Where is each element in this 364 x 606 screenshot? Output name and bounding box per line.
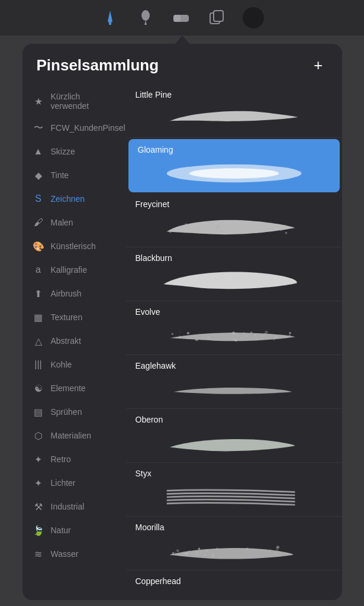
sidebar-item-water[interactable]: ≋Wasser bbox=[22, 542, 126, 566]
sidebar-item-calligraphy[interactable]: aKalligrafie bbox=[22, 258, 126, 282]
sidebar-item-nature[interactable]: 🍃Natur bbox=[22, 518, 126, 542]
sidebar-item-charcoal[interactable]: |||Kohle bbox=[22, 353, 126, 376]
sidebar-item-ink[interactable]: ◆Tinte bbox=[22, 163, 126, 187]
eraser-tool-icon[interactable] bbox=[172, 8, 191, 27]
svg-point-87 bbox=[170, 554, 171, 555]
panel-header: Pinselsammlung + bbox=[22, 44, 342, 84]
brush-item-freycinet[interactable]: Freycinet bbox=[126, 194, 342, 247]
svg-point-95 bbox=[173, 553, 174, 554]
svg-point-27 bbox=[240, 224, 241, 225]
sidebar-item-artistic[interactable]: 🎨Künstlerisch bbox=[22, 234, 126, 258]
sidebar-item-retro[interactable]: ✦Retro bbox=[22, 447, 126, 471]
svg-point-71 bbox=[276, 546, 279, 549]
svg-point-90 bbox=[196, 552, 198, 553]
brush-stroke-freycinet bbox=[136, 212, 333, 243]
brush-item-moorilla[interactable]: Moorilla bbox=[126, 517, 342, 570]
add-brush-button[interactable]: + bbox=[309, 56, 328, 75]
svg-point-20 bbox=[172, 228, 175, 231]
brush-stroke-gloaming bbox=[138, 158, 330, 189]
sidebar-icon-charcoal: ||| bbox=[32, 358, 45, 371]
sidebar-icon-retro: ✦ bbox=[32, 453, 45, 466]
sidebar-item-draw[interactable]: SZeichnen bbox=[22, 187, 126, 211]
sidebar-item-paint[interactable]: 🖌Malen bbox=[22, 211, 126, 234]
svg-rect-1 bbox=[109, 22, 111, 25]
brush-item-evolve[interactable]: Evolve bbox=[126, 301, 342, 355]
brush-stroke-moorilla bbox=[136, 536, 333, 566]
svg-point-63 bbox=[288, 334, 291, 337]
sidebar-item-fcw-brushes[interactable]: 〜FCW_KundenPinsel bbox=[22, 116, 126, 140]
brush-stroke-copperhead bbox=[136, 589, 333, 600]
brush-stroke-eaglehawk bbox=[136, 374, 333, 405]
sidebar-icon-spray: ▤ bbox=[32, 405, 45, 418]
sidebar-icon-fcw-brushes: 〜 bbox=[32, 121, 45, 134]
svg-point-38 bbox=[226, 227, 227, 228]
sidebar-label-artistic: Künstlerisch bbox=[51, 241, 96, 251]
sidebar-label-charcoal: Kohle bbox=[51, 360, 72, 369]
svg-point-13 bbox=[285, 232, 287, 234]
svg-point-42 bbox=[254, 334, 256, 336]
svg-point-60 bbox=[265, 331, 268, 334]
sidebar-label-nature: Natur bbox=[51, 526, 71, 535]
svg-point-19 bbox=[284, 225, 285, 226]
svg-point-26 bbox=[182, 227, 183, 227]
svg-point-40 bbox=[182, 230, 184, 233]
svg-point-46 bbox=[243, 332, 244, 334]
sidebar-label-elements: Elemente bbox=[51, 383, 86, 393]
panel-body: ★Kürzlich verwendet〜FCW_KundenPinsel▲Ski… bbox=[22, 84, 342, 600]
sidebar: ★Kürzlich verwendet〜FCW_KundenPinsel▲Ski… bbox=[22, 84, 126, 600]
svg-point-48 bbox=[207, 334, 208, 336]
svg-point-74 bbox=[198, 547, 200, 550]
svg-point-93 bbox=[204, 554, 205, 555]
sidebar-item-light[interactable]: ✦Lichter bbox=[22, 471, 126, 495]
svg-point-55 bbox=[261, 336, 263, 337]
sidebar-label-sketch: Skizze bbox=[51, 147, 75, 156]
sidebar-label-light: Lichter bbox=[51, 478, 76, 488]
svg-point-58 bbox=[207, 336, 210, 339]
sidebar-icon-airbrush: ⬆ bbox=[32, 287, 45, 300]
user-avatar[interactable] bbox=[243, 7, 264, 28]
brush-item-eaglehawk[interactable]: Eaglehawk bbox=[126, 355, 342, 409]
brush-panel: Pinselsammlung + ★Kürzlich verwendet〜FCW… bbox=[22, 44, 342, 600]
sidebar-item-materials[interactable]: ⬡Materialien bbox=[22, 424, 126, 447]
svg-point-2 bbox=[141, 10, 150, 21]
pencil-tool-icon[interactable] bbox=[101, 8, 120, 27]
svg-point-61 bbox=[264, 333, 265, 334]
brush-item-little-pine[interactable]: Little Pine bbox=[126, 84, 342, 138]
svg-point-34 bbox=[231, 227, 233, 229]
svg-point-18 bbox=[233, 227, 234, 228]
svg-point-68 bbox=[284, 336, 286, 338]
brush-stroke-oberon bbox=[136, 428, 333, 459]
sidebar-item-recently-used[interactable]: ★Kürzlich verwendet bbox=[22, 86, 126, 116]
svg-point-31 bbox=[253, 231, 255, 233]
svg-point-51 bbox=[250, 331, 252, 334]
brush-stroke-blackburn bbox=[136, 266, 333, 297]
brush-item-gloaming[interactable]: Gloaming bbox=[128, 139, 340, 192]
sidebar-icon-industrial: ⚒ bbox=[32, 500, 45, 513]
brush-item-blackburn[interactable]: Blackburn bbox=[126, 247, 342, 301]
sidebar-label-textures: Texturen bbox=[51, 312, 83, 322]
sidebar-label-calligraphy: Kalligrafie bbox=[51, 265, 87, 275]
svg-point-11 bbox=[204, 228, 205, 230]
sidebar-label-ink: Tinte bbox=[51, 170, 69, 180]
svg-point-44 bbox=[244, 334, 246, 337]
sidebar-item-sketch[interactable]: ▲Skizze bbox=[22, 140, 126, 163]
sidebar-item-industrial[interactable]: ⚒Industrial bbox=[22, 495, 126, 518]
svg-point-72 bbox=[270, 554, 272, 556]
brush-item-styx[interactable]: Styx bbox=[126, 463, 342, 517]
sidebar-item-airbrush[interactable]: ⬆Airbrush bbox=[22, 282, 126, 305]
svg-point-28 bbox=[184, 223, 187, 226]
brush-item-oberon[interactable]: Oberon bbox=[126, 409, 342, 463]
svg-point-83 bbox=[212, 553, 213, 555]
copy-tool-icon[interactable] bbox=[207, 8, 226, 27]
sidebar-label-materials: Materialien bbox=[51, 431, 91, 440]
sidebar-item-elements[interactable]: ☯Elemente bbox=[22, 376, 126, 400]
pen-tool-icon[interactable] bbox=[136, 8, 155, 27]
sidebar-item-abstract[interactable]: △Abstrakt bbox=[22, 329, 126, 353]
svg-point-88 bbox=[246, 548, 249, 551]
sidebar-item-textures[interactable]: ▦Texturen bbox=[22, 305, 126, 329]
svg-point-12 bbox=[252, 233, 253, 233]
svg-point-92 bbox=[274, 552, 276, 554]
sidebar-item-spray[interactable]: ▤Sprühen bbox=[22, 400, 126, 424]
svg-point-30 bbox=[249, 227, 250, 228]
brush-item-copperhead[interactable]: Copperhead bbox=[126, 570, 342, 600]
